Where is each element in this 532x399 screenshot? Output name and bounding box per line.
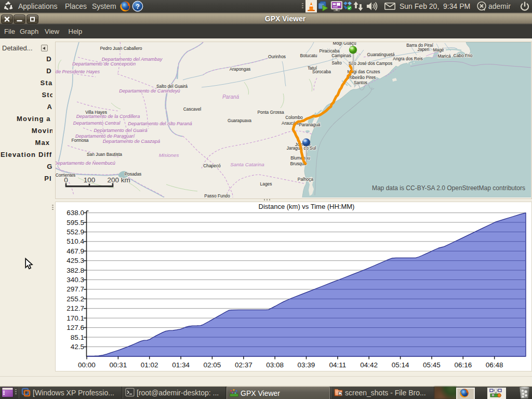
svg-text:Paraná: Paraná	[222, 94, 240, 100]
svg-text:340.3: 340.3	[66, 276, 84, 284]
svg-text:Botucatu: Botucatu	[300, 53, 317, 58]
svg-text:Departamento de Canindeyú: Departamento de Canindeyú	[119, 88, 180, 94]
svg-text:42.5: 42.5	[71, 343, 84, 351]
svg-text:Ponta Grossa: Ponta Grossa	[257, 110, 284, 115]
svg-text:Guarapuava: Guarapuava	[228, 118, 251, 123]
svg-text:Campinas: Campinas	[331, 53, 351, 58]
svg-text:Departamento de la Cordillera: Departamento de la Cordillera	[76, 114, 140, 119]
svg-text:Angra dos Reis: Angra dos Reis	[393, 56, 422, 61]
svg-text:Japeri: Japeri	[418, 47, 430, 52]
svg-text:Misiones: Misiones	[159, 152, 179, 158]
svg-text:Sorocaba: Sorocaba	[312, 69, 331, 74]
svg-text:06:16: 06:16	[454, 361, 472, 369]
svg-text:Colombo: Colombo	[285, 115, 303, 120]
svg-text:Cabo Frio: Cabo Frio	[454, 53, 473, 58]
svg-text:03:08: 03:08	[266, 361, 284, 369]
svg-text:Arapongas: Arapongas	[230, 66, 251, 72]
svg-text:595.5: 595.5	[66, 219, 84, 227]
svg-text:100: 100	[84, 176, 96, 184]
svg-text:02:05: 02:05	[204, 361, 221, 369]
svg-text:0: 0	[64, 176, 68, 184]
svg-text:04:11: 04:11	[329, 361, 347, 369]
svg-text:Magé: Magé	[433, 47, 444, 52]
svg-text:297.7: 297.7	[66, 285, 84, 293]
svg-text:425.3: 425.3	[66, 257, 84, 264]
svg-text:01:02: 01:02	[141, 361, 158, 369]
svg-text:Chapecó: Chapecó	[203, 163, 221, 168]
svg-text:Maricá: Maricá	[437, 54, 450, 59]
svg-text:552.9: 552.9	[66, 228, 84, 236]
svg-text:Departamento de Caazapá: Departamento de Caazapá	[103, 139, 160, 144]
svg-text:Ribeirão Pires: Ribeirão Pires	[349, 75, 376, 80]
svg-text:Map data is CC-BY-SA 2.0 OpenS: Map data is CC-BY-SA 2.0 OpenStreetMap c…	[372, 184, 525, 192]
svg-text:382.8: 382.8	[66, 267, 84, 274]
svg-text:467.9: 467.9	[66, 247, 84, 255]
svg-text:Distance (km) vs Time (HH:MM): Distance (km) vs Time (HH:MM)	[259, 203, 355, 210]
svg-text:Guaratinguetá: Guaratinguetá	[367, 52, 394, 57]
svg-text:Departamento Central: Departamento Central	[73, 121, 121, 126]
svg-text:Passo Fundo: Passo Fundo	[204, 193, 230, 197]
svg-text:Departamento de Presidente Hay: Departamento de Presidente Hayes	[56, 69, 100, 74]
svg-text:04:42: 04:42	[360, 361, 378, 369]
svg-text:Departamento de Ñeembucú: Departamento de Ñeembucú	[56, 161, 115, 166]
svg-text:Ourinhos: Ourinhos	[268, 54, 286, 59]
svg-text:05:14: 05:14	[392, 361, 409, 369]
svg-text:127.6: 127.6	[66, 324, 84, 331]
svg-text:00:00: 00:00	[78, 361, 96, 369]
svg-text:Cascavel: Cascavel	[183, 107, 202, 112]
svg-text:05:45: 05:45	[423, 361, 441, 369]
svg-text:170.1: 170.1	[66, 314, 84, 322]
svg-text:Departamento del Guairá: Departamento del Guairá	[94, 128, 147, 133]
svg-text:Paranaguá: Paranaguá	[299, 122, 321, 127]
svg-text:Blumenau: Blumenau	[290, 155, 310, 161]
svg-text:02:37: 02:37	[235, 361, 252, 369]
svg-text:São José dos Campos: São José dos Campos	[349, 61, 392, 66]
svg-text:Lages: Lages	[260, 181, 272, 187]
svg-text:Departamento de Concepción: Departamento de Concepción	[72, 61, 136, 66]
svg-text:255.2: 255.2	[66, 295, 84, 303]
svg-text:03:39: 03:39	[298, 361, 315, 369]
svg-text:Salto: Salto	[331, 60, 341, 65]
svg-text:01:34: 01:34	[172, 361, 190, 369]
svg-text:Departamento del Alto Paraná: Departamento del Alto Paraná	[128, 121, 192, 126]
svg-text:85.1: 85.1	[71, 334, 84, 341]
svg-text:Departamento de Paraguarí: Departamento de Paraguarí	[75, 134, 135, 139]
svg-text:Mogi Guaçu: Mogi Guaçu	[332, 42, 356, 46]
svg-text:00:31: 00:31	[110, 361, 127, 369]
svg-text:212.7: 212.7	[66, 304, 84, 312]
svg-text:Santos: Santos	[354, 80, 367, 85]
svg-text:Palhoça: Palhoça	[298, 177, 314, 182]
svg-text:Santa Catarina: Santa Catarina	[230, 162, 264, 167]
svg-text:638.0: 638.0	[66, 209, 84, 217]
svg-text:Pedro Juan Caballero: Pedro Juan Caballero	[100, 46, 142, 51]
svg-text:?: ?	[136, 3, 140, 10]
svg-text:200 km: 200 km	[108, 176, 130, 184]
svg-text:San Juan Bautista: San Juan Bautista	[87, 152, 122, 157]
svg-text:510.4: 510.4	[66, 237, 84, 245]
svg-text:06:48: 06:48	[486, 361, 503, 369]
